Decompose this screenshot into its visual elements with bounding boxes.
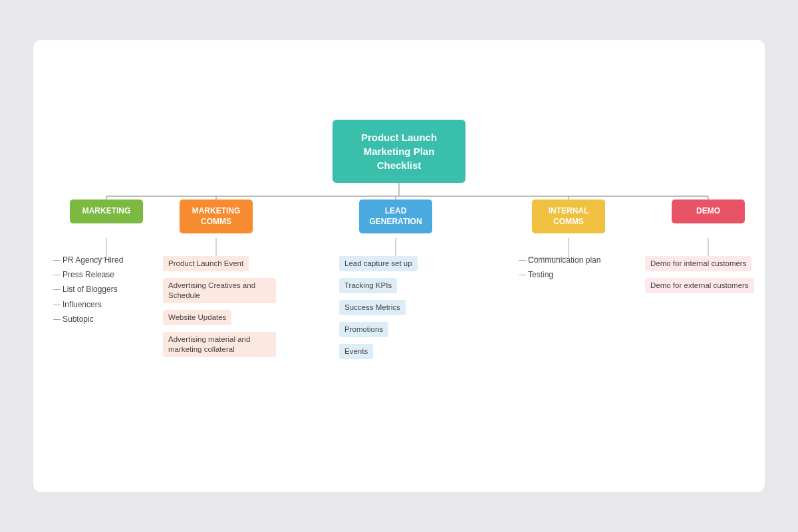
list-item: Advertising Creatives and Schedule — [163, 275, 276, 307]
marketing-subtopics: PR Agency Hired Press Release List of Bl… — [53, 253, 123, 327]
list-item: Lead capture set up — [339, 253, 418, 275]
demo-subtopics: Demo for internal customers Demo for ext… — [645, 253, 754, 297]
category-leadgen-label: LEAD GENERATION — [369, 206, 422, 226]
root-label: Product Launch Marketing Plan Checklist — [361, 132, 437, 171]
root-node: Product Launch Marketing Plan Checklist — [332, 120, 466, 183]
list-item: Promotions — [339, 319, 418, 340]
category-leadgen: LEAD GENERATION — [359, 200, 432, 233]
list-item: Advertising material and marketing colla… — [163, 329, 276, 360]
list-item: PR Agency Hired — [53, 253, 123, 267]
list-item: Product Launch Event — [163, 253, 276, 275]
list-item: List of Bloggers — [53, 282, 123, 297]
list-item: Subtopic — [53, 312, 123, 327]
mind-map-canvas: Product Launch Marketing Plan Checklist … — [33, 40, 765, 492]
list-item: Influencers — [53, 297, 123, 312]
list-item: Events — [339, 340, 418, 362]
category-internal-label: INTERNAL COMMS — [549, 206, 589, 226]
internal-subtopics: Communication plan Testing — [519, 253, 600, 282]
category-marketing: MARKETING — [70, 200, 143, 223]
list-item: Tracking KPIs — [339, 275, 418, 297]
list-item: Testing — [519, 267, 600, 282]
mktcomms-subtopics: Product Launch Event Advertising Creativ… — [163, 253, 276, 360]
leadgen-subtopics: Lead capture set up Tracking KPIs Succes… — [339, 253, 418, 362]
list-item: Success Metrics — [339, 297, 418, 319]
list-item: Website Updates — [163, 307, 276, 329]
list-item: Press Release — [53, 267, 123, 282]
list-item: Demo for external customers — [645, 275, 754, 297]
category-internal: INTERNAL COMMS — [532, 200, 605, 233]
category-mktcomms-label: MARKETING COMMS — [192, 206, 241, 226]
category-demo: DEMO — [672, 200, 745, 223]
list-item: Demo for internal customers — [645, 253, 754, 275]
category-marketing-label: MARKETING — [82, 206, 131, 215]
list-item: Communication plan — [519, 253, 600, 267]
category-demo-label: DEMO — [696, 206, 720, 215]
category-mktcomms: MARKETING COMMS — [180, 200, 253, 233]
